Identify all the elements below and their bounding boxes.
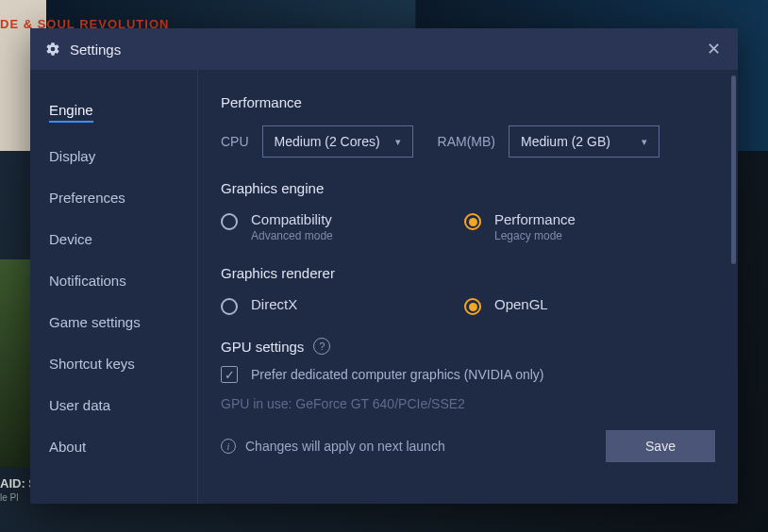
settings-modal: Settings ✕ Engine Display Preferences De… [30, 28, 738, 504]
radio-label: OpenGL [494, 296, 548, 312]
sidebar-item-game-settings[interactable]: Game settings [49, 314, 141, 330]
sidebar-item-device[interactable]: Device [49, 231, 92, 247]
prefer-dedicated-gpu-row[interactable]: ✓ Prefer dedicated computer graphics (NV… [221, 366, 715, 383]
radio-directx[interactable]: DirectX [221, 296, 464, 315]
gear-icon [45, 42, 60, 57]
close-button[interactable]: ✕ [704, 40, 723, 58]
radio-sublabel: Advanced mode [251, 229, 333, 242]
radio-label: Performance [494, 211, 576, 227]
cpu-select-value: Medium (2 Cores) [275, 134, 380, 149]
scrollbar[interactable] [731, 75, 736, 264]
save-button[interactable]: Save [606, 430, 715, 462]
chevron-down-icon: ▾ [395, 136, 401, 148]
cpu-label: CPU [221, 134, 249, 149]
radio-icon [221, 298, 238, 315]
gpu-in-use-text: GPU in use: GeForce GT 640/PCIe/SSE2 [221, 396, 715, 411]
modal-title: Settings [70, 42, 121, 58]
performance-row: CPU Medium (2 Cores) ▾ RAM(MB) Medium (2… [221, 125, 715, 158]
sidebar-item-user-data[interactable]: User data [49, 397, 110, 413]
bg-card [0, 259, 30, 467]
sidebar-item-about[interactable]: About [49, 439, 86, 455]
footer-row: i Changes will apply on next launch Save [221, 424, 715, 462]
close-icon: ✕ [707, 39, 721, 59]
info-icon: i [221, 439, 236, 454]
radio-opengl[interactable]: OpenGL [464, 296, 708, 315]
settings-content: Performance CPU Medium (2 Cores) ▾ RAM(M… [198, 70, 738, 504]
ram-label: RAM(MB) [438, 134, 495, 149]
modal-titlebar: Settings ✕ [30, 28, 738, 70]
performance-heading: Performance [221, 94, 715, 110]
footer-info-text: Changes will apply on next launch [245, 439, 445, 454]
ram-select[interactable]: Medium (2 GB) ▾ [509, 125, 659, 158]
graphics-renderer-heading: Graphics renderer [221, 265, 715, 281]
checkbox-icon: ✓ [221, 366, 238, 383]
radio-sublabel: Legacy mode [494, 229, 576, 242]
graphics-renderer-group: DirectX OpenGL [221, 296, 715, 315]
checkbox-label: Prefer dedicated computer graphics (NVID… [251, 367, 543, 382]
sidebar-item-notifications[interactable]: Notifications [49, 273, 126, 289]
chevron-down-icon: ▾ [642, 136, 647, 148]
radio-icon [464, 213, 481, 230]
ram-select-value: Medium (2 GB) [521, 134, 610, 149]
help-icon[interactable]: ? [313, 338, 330, 355]
cpu-select[interactable]: Medium (2 Cores) ▾ [262, 125, 413, 158]
settings-sidebar: Engine Display Preferences Device Notifi… [30, 70, 198, 504]
radio-label: Compatibility [251, 211, 333, 227]
sidebar-item-shortcut-keys[interactable]: Shortcut keys [49, 356, 135, 372]
graphics-engine-group: Compatibility Advanced mode Performance … [221, 211, 715, 242]
modal-body: Engine Display Preferences Device Notifi… [30, 70, 738, 504]
gpu-settings-heading: GPU settings [221, 339, 304, 355]
radio-performance[interactable]: Performance Legacy mode [464, 211, 708, 242]
radio-icon [464, 298, 481, 315]
bg-card-sub: le Pl [0, 492, 18, 503]
sidebar-item-display[interactable]: Display [49, 148, 95, 164]
radio-compatibility[interactable]: Compatibility Advanced mode [221, 211, 464, 242]
radio-icon [221, 213, 238, 230]
sidebar-item-preferences[interactable]: Preferences [49, 190, 125, 206]
graphics-engine-heading: Graphics engine [221, 180, 715, 196]
radio-label: DirectX [251, 296, 297, 312]
sidebar-item-engine[interactable]: Engine [49, 102, 93, 123]
